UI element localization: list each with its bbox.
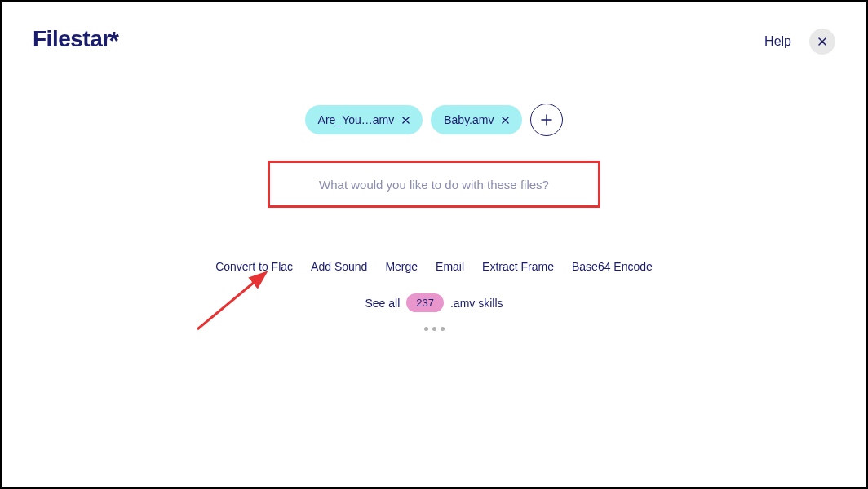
file-chip-label: Baby.amv [444, 113, 494, 126]
see-all-prefix: See all [365, 297, 400, 310]
suggestion-email[interactable]: Email [436, 260, 464, 273]
file-chip[interactable]: Are_You…amv [305, 105, 423, 134]
plus-icon [541, 111, 552, 130]
app-logo: Filestar* [33, 26, 119, 56]
file-chip-label: Are_You…amv [318, 113, 395, 126]
suggestion-base64-encode[interactable]: Base64 Encode [572, 260, 653, 273]
loading-dots-icon [424, 327, 445, 331]
suggestions-row: Convert to Flac Add Sound Merge Email Ex… [215, 260, 653, 273]
suggestion-add-sound[interactable]: Add Sound [311, 260, 367, 273]
logo-text: Filestar [33, 26, 111, 51]
file-chip[interactable]: Baby.amv [431, 105, 522, 134]
add-file-button[interactable] [530, 104, 563, 136]
close-icon [818, 35, 826, 48]
close-button[interactable] [809, 29, 835, 55]
search-wrapper [268, 161, 600, 208]
skills-count-badge: 237 [406, 293, 444, 312]
help-link[interactable]: Help [764, 34, 791, 49]
action-search-input[interactable] [272, 165, 596, 204]
suggestion-extract-frame[interactable]: Extract Frame [482, 260, 554, 273]
suggestion-merge[interactable]: Merge [385, 260, 418, 273]
remove-file-icon[interactable] [502, 113, 509, 126]
logo-star: * [109, 26, 119, 55]
see-all-skills-link[interactable]: See all 237 .amv skills [365, 293, 503, 312]
suggestion-convert-to-flac[interactable]: Convert to Flac [215, 260, 293, 273]
remove-file-icon[interactable] [402, 113, 410, 126]
see-all-suffix: .amv skills [450, 297, 503, 310]
file-chips-row: Are_You…amv Baby.amv [305, 104, 564, 136]
